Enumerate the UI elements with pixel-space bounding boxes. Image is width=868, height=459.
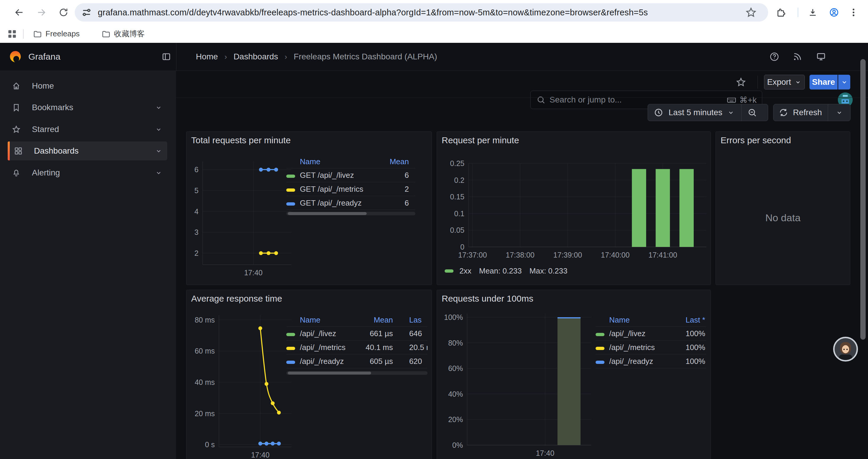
bookmark-folder-freeleaps[interactable]: Freeleaps	[29, 27, 84, 41]
clock-icon	[654, 108, 663, 117]
legend-header-mean[interactable]: Mean	[359, 316, 393, 325]
chevron-down-icon[interactable]	[727, 109, 735, 117]
assistant-avatar[interactable]	[833, 337, 858, 362]
svg-text:17:40: 17:40	[536, 449, 555, 457]
button-divider	[828, 104, 828, 121]
chevron-down-icon[interactable]	[155, 169, 162, 177]
favorite-star-icon[interactable]	[734, 75, 748, 89]
legend-row[interactable]: /api/_/livez100%	[596, 327, 706, 340]
site-settings-icon[interactable]	[81, 6, 92, 18]
legend-header-last[interactable]: Last *	[671, 316, 706, 325]
back-icon[interactable]	[12, 6, 26, 19]
legend-header-name[interactable]: Name	[300, 316, 359, 325]
breadcrumb-home[interactable]: Home	[196, 52, 218, 61]
series-swatch	[286, 189, 295, 192]
bookmark-folder-blogs[interactable]: 收藏博客	[97, 26, 149, 41]
svg-text:2: 2	[194, 249, 198, 257]
legend-row[interactable]: /api/_/readyz100%	[596, 355, 706, 368]
export-button[interactable]: Export	[764, 75, 805, 90]
panel-title[interactable]: Average response time	[191, 294, 282, 304]
no-data-message: No data	[716, 212, 850, 224]
refresh-group: Refresh	[773, 104, 850, 121]
chevron-down-icon[interactable]	[155, 104, 162, 111]
forward-icon[interactable]	[35, 6, 48, 19]
legend-scrollbar[interactable]	[286, 371, 428, 375]
legend-cell-name: /api/_/livez	[609, 329, 671, 338]
kiosk-monitor-icon[interactable]	[814, 50, 828, 64]
request-per-minute-chart[interactable]: 00.050.10.150.20.2517:37:0017:38:0017:39…	[437, 132, 711, 285]
svg-text:17:37:00: 17:37:00	[458, 251, 487, 259]
button-divider	[741, 104, 742, 121]
legend-scrollbar[interactable]	[286, 212, 415, 215]
chevron-down-icon[interactable]	[155, 147, 162, 155]
extensions-icon[interactable]	[774, 6, 788, 19]
download-icon[interactable]	[806, 6, 819, 19]
series-swatch	[286, 202, 295, 205]
share-dropdown-button[interactable]	[838, 75, 850, 90]
share-button[interactable]: Share	[809, 75, 838, 90]
reload-icon[interactable]	[57, 6, 70, 19]
url-text[interactable]: grafana.mathmast.com/d/deytv4rwavabkb/fr…	[98, 8, 768, 18]
legend-header-name[interactable]: Name	[300, 157, 381, 166]
legend-row[interactable]: /api/_/metrics40.1 ms20.5 r	[286, 340, 428, 355]
legend-row[interactable]: GET /api/_/livez6	[286, 168, 415, 182]
browser-toolbar: grafana.mathmast.com/d/deytv4rwavabkb/fr…	[0, 0, 868, 25]
series-swatch	[596, 347, 604, 350]
chevron-down-icon[interactable]	[155, 126, 162, 133]
legend-row[interactable]: GET /api/_/readyz6	[286, 196, 415, 210]
bookmark-star-icon[interactable]	[745, 6, 757, 18]
profile-icon[interactable]	[827, 6, 841, 19]
page-scrollbar[interactable]	[860, 59, 866, 340]
apps-grid-icon[interactable]	[6, 28, 18, 40]
sidebar-item-dashboards[interactable]: Dashboards	[8, 141, 167, 160]
legend-row[interactable]: /api/_/readyz605 µs620	[286, 355, 428, 368]
svg-text:17:40: 17:40	[244, 268, 262, 277]
sidebar-item-label: Alerting	[32, 168, 60, 177]
url-bar[interactable]: grafana.mathmast.com/d/deytv4rwavabkb/fr…	[75, 3, 768, 22]
bookmark-label: 收藏博客	[114, 29, 145, 39]
menu-icon[interactable]	[847, 6, 860, 19]
panel-title[interactable]: Errors per second	[720, 135, 791, 145]
legend-header-name[interactable]: Name	[609, 316, 671, 325]
svg-text:0: 0	[460, 243, 464, 251]
series-swatch	[286, 174, 295, 178]
legend-cell-name: /api/_/metrics	[609, 343, 671, 352]
refresh-button[interactable]: Refresh	[793, 108, 822, 117]
svg-text:5: 5	[194, 186, 198, 195]
sidebar-item-home[interactable]: Home	[8, 76, 167, 95]
time-range-group: Last 5 minutes	[648, 104, 768, 121]
legend-header: NameMeanLas	[286, 314, 428, 327]
star-icon	[12, 125, 21, 134]
legend-row[interactable]: /api/_/livez661 µs646	[286, 327, 428, 340]
svg-text:80 ms: 80 ms	[195, 316, 215, 324]
legend-cell-name: GET /api/_/livez	[300, 171, 381, 180]
panel-title[interactable]: Request per minute	[442, 135, 519, 145]
grafana-brand[interactable]: Grafana	[9, 43, 60, 71]
help-icon[interactable]	[768, 50, 781, 64]
sidebar-item-alerting[interactable]: Alerting	[8, 163, 167, 182]
sidebar-toggle-icon[interactable]	[159, 50, 173, 64]
time-range-button[interactable]: Last 5 minutes	[669, 108, 722, 117]
toolbar-divider	[757, 76, 758, 89]
refresh-icon[interactable]	[779, 108, 788, 117]
browser-chrome: grafana.mathmast.com/d/deytv4rwavabkb/fr…	[0, 0, 868, 43]
panel-title[interactable]: Requests under 100ms	[442, 294, 533, 304]
svg-text:20 ms: 20 ms	[195, 409, 215, 418]
sidebar-item-bookmarks[interactable]: Bookmarks	[8, 98, 167, 117]
news-rss-icon[interactable]	[790, 50, 804, 64]
sidebar-item-starred[interactable]: Starred	[8, 120, 167, 139]
legend-header-mean[interactable]: Mean	[381, 157, 415, 166]
legend-cell-mean: 2	[381, 185, 415, 194]
legend-row[interactable]: GET /api/_/metrics2	[286, 182, 415, 196]
legend-row[interactable]: /api/_/metrics100%	[596, 340, 706, 355]
breadcrumb-dashboards[interactable]: Dashboards	[234, 52, 278, 61]
legend-header-last[interactable]: Las	[393, 316, 428, 325]
grafana-logo-icon	[9, 50, 22, 63]
legend-cell-last: 100%	[671, 357, 706, 366]
folder-icon	[102, 30, 111, 38]
svg-text:60%: 60%	[448, 364, 463, 372]
zoom-out-icon[interactable]	[747, 108, 757, 117]
refresh-interval-dropdown[interactable]	[836, 109, 843, 117]
legend-row-2xx[interactable]: 2xx Mean: 0.233 Max: 0.233	[445, 266, 567, 275]
panel-title[interactable]: Total requests per minute	[191, 135, 291, 145]
